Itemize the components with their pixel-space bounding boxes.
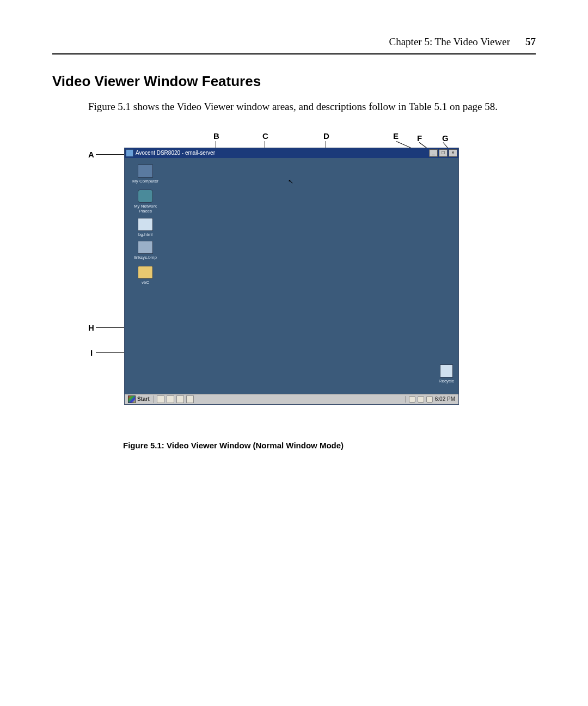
- callout-E-label: E: [393, 131, 399, 141]
- tray-icon[interactable]: [409, 396, 415, 403]
- start-button[interactable]: Start: [125, 395, 154, 403]
- icon-label: bg.html: [132, 232, 158, 237]
- app-icon: [126, 149, 133, 157]
- quicklaunch-icon[interactable]: [157, 395, 164, 403]
- page-number: 57: [525, 36, 536, 48]
- desktop-icon-linksys[interactable]: linksys.bmp: [132, 241, 158, 260]
- figure-caption: Figure 5.1: Video Viewer Window (Normal …: [123, 441, 536, 450]
- tray-icon[interactable]: [426, 396, 433, 403]
- desktop-icon-network[interactable]: My Network Places: [132, 190, 158, 214]
- maximize-button[interactable]: □: [439, 149, 448, 157]
- icon-label: vbC: [132, 280, 158, 285]
- quicklaunch-icon[interactable]: [167, 395, 174, 403]
- quicklaunch-icon[interactable]: [186, 395, 194, 403]
- callout-B: B: [213, 131, 219, 141]
- video-viewer-window: Avocent DSR8020 - email-server _ □ × Fil…: [124, 148, 459, 405]
- system-tray: 6:02 PM: [405, 396, 458, 403]
- folder-icon: [138, 266, 153, 279]
- callout-A: A: [88, 150, 94, 159]
- minimize-button[interactable]: _: [429, 149, 438, 157]
- callout-G: G: [442, 133, 449, 143]
- desktop-icon-bghtml[interactable]: bg.html: [132, 218, 158, 237]
- document-icon: [138, 218, 153, 231]
- header-rule: [52, 53, 536, 54]
- callout-F-label: F: [417, 133, 422, 143]
- running-header: Chapter 5: The Video Viewer 57: [52, 36, 536, 48]
- remote-desktop[interactable]: ↖ My Computer My Network Places bg.html …: [125, 158, 458, 394]
- window-title: Avocent DSR8020 - email-server: [136, 150, 215, 156]
- callout-H: H: [88, 323, 94, 332]
- callout-H-label: H: [88, 323, 94, 332]
- icon-label: My Network Places: [132, 204, 158, 214]
- recycle-bin[interactable]: Recycle: [437, 364, 456, 384]
- icon-label: My Computer: [132, 179, 158, 184]
- callout-E: E: [393, 131, 399, 141]
- callout-D-label: D: [323, 131, 329, 141]
- icon-label: Recycle: [437, 379, 456, 384]
- icon-label: linksys.bmp: [132, 255, 158, 260]
- cursor-icon: ↖: [288, 178, 293, 186]
- quicklaunch-icon[interactable]: [176, 395, 184, 403]
- quick-launch: [154, 395, 197, 403]
- tray-icon[interactable]: [418, 396, 424, 403]
- chapter-label: Chapter 5: The Video Viewer: [389, 36, 511, 48]
- recycle-icon: [440, 364, 453, 378]
- callout-G-label: G: [442, 133, 449, 143]
- callout-D: D: [323, 131, 329, 141]
- callout-A-label: A: [88, 150, 94, 159]
- intro-paragraph: Figure 5.1 shows the Video Viewer window…: [88, 100, 536, 114]
- callout-F: F: [417, 133, 422, 143]
- desktop-icon-my-computer[interactable]: My Computer: [132, 165, 158, 184]
- network-icon: [138, 190, 153, 203]
- callout-C-label: C: [262, 131, 268, 141]
- computer-icon: [138, 165, 153, 178]
- titlebar[interactable]: Avocent DSR8020 - email-server _ □ ×: [125, 148, 458, 158]
- document-page: Chapter 5: The Video Viewer 57 Video Vie…: [0, 0, 588, 706]
- figure-area: A B C D E F G H: [88, 128, 536, 433]
- callout-B-label: B: [213, 131, 219, 141]
- callout-I: I: [90, 348, 93, 357]
- callout-I-label: I: [90, 348, 93, 357]
- section-heading: Video Viewer Window Features: [52, 73, 536, 90]
- close-button[interactable]: ×: [449, 149, 457, 157]
- clock: 6:02 PM: [435, 396, 455, 402]
- taskbar: Start 6:02 PM: [125, 394, 458, 404]
- desktop-icon-folder[interactable]: vbC: [132, 266, 158, 285]
- image-icon: [138, 241, 153, 254]
- start-label: Start: [137, 396, 150, 402]
- callout-C: C: [262, 131, 268, 141]
